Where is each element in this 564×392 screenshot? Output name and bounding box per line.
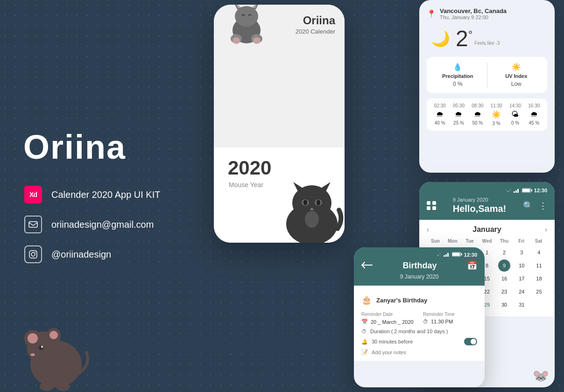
- p4-date-icon: 📅: [361, 319, 368, 325]
- cal-cell[interactable]: 18: [533, 273, 545, 285]
- uv-label: UV Index: [505, 73, 527, 79]
- svg-point-14: [40, 382, 54, 391]
- svg-rect-38: [517, 189, 519, 193]
- svg-point-12: [30, 353, 35, 356]
- p4-date-value: 20 _ March _ 2020: [371, 319, 414, 325]
- cal-next-button[interactable]: ›: [545, 226, 547, 233]
- svg-point-15: [56, 382, 70, 391]
- cal-cell[interactable]: 3: [515, 246, 528, 259]
- calendar-title-block: Oriina 2020 Calender: [296, 14, 335, 35]
- p4-back-button[interactable]: [361, 261, 373, 271]
- cal-cell[interactable]: 30: [498, 299, 510, 311]
- wifi-icon: [504, 188, 512, 193]
- cal-prev-button[interactable]: ‹: [427, 226, 429, 233]
- p3-header-center: 9 January 2020 Hello,Sama!: [453, 197, 506, 214]
- p4-status-time: 12:30: [464, 252, 477, 258]
- svg-point-7: [28, 333, 38, 343]
- cal-cell[interactable]: 11: [533, 259, 545, 272]
- hourly-forecast: 02:30 🌧 40 % 05:30 🌧 25 % 08:30 🌧 50 % 1…: [427, 98, 547, 131]
- svg-rect-36: [514, 191, 515, 193]
- hour-time-4: 14:30: [509, 103, 521, 108]
- svg-rect-44: [447, 253, 449, 257]
- svg-point-9: [49, 331, 58, 339]
- hour-icon-3: ☀️: [492, 110, 501, 119]
- weather-date-text: Thu, January 9 22:00: [440, 14, 507, 20]
- p4-time-value: 11.30 PM: [431, 319, 453, 324]
- p4-calendar-icon[interactable]: 📅: [467, 260, 477, 271]
- cal-cell[interactable]: 10: [515, 259, 528, 272]
- temp-display-block: 2°: [456, 26, 472, 51]
- svg-point-35: [305, 211, 319, 228]
- uv-value: Low: [511, 81, 522, 87]
- hour-time-1: 05:30: [453, 103, 465, 108]
- hour-item-4: 14:30 🌤 0 %: [509, 103, 521, 126]
- hour-item-3: 11:30 ☀️ 3 %: [491, 103, 502, 126]
- uv-stat: ☀️ UV Index Low: [491, 63, 542, 87]
- cal-cell[interactable]: 9: [498, 259, 510, 272]
- svg-point-11: [41, 346, 43, 348]
- precipitation-label: Precipitation: [442, 73, 473, 79]
- cal-cell[interactable]: 24: [515, 286, 528, 298]
- weather-location-row: 📍 Vancouver, Bc, Canada Thu, January 9 2…: [427, 7, 547, 20]
- p3-nav-row: 9 January 2020 Hello,Sama! 🔍 ⋮: [427, 197, 547, 214]
- hour-icon-2: 🌧: [474, 110, 481, 119]
- cal-cell[interactable]: 23: [498, 286, 510, 298]
- p4-notes-row: 📝 Add your notes: [361, 349, 477, 355]
- mouse-decoration: [19, 317, 93, 392]
- cal-cell[interactable]: 16: [498, 273, 510, 285]
- p4-cake-icon: 🎂: [361, 295, 372, 305]
- cal-cell: [533, 299, 545, 311]
- day-sat: Sat: [530, 238, 547, 244]
- mail-icon: [24, 216, 42, 233]
- signal-icon: [514, 188, 520, 193]
- svg-rect-1: [29, 251, 37, 258]
- grid-dot-4: [432, 206, 436, 210]
- p4-reminder-text: 30 minutes before: [372, 339, 413, 344]
- p4-date-field-label: Reminder Date: [361, 312, 416, 317]
- p4-battery-icon: [452, 252, 462, 257]
- hour-item-5: 16:30 🌧 45 %: [528, 103, 540, 126]
- weather-temp-row: 🌙 2° Feels like -3: [427, 26, 547, 51]
- cal-days-header: Sun Mon Tue Wed Thu Fri Sat: [427, 238, 547, 244]
- svg-point-31: [303, 200, 307, 205]
- p4-reminder-fields: Reminder Date 📅 20 _ March _ 2020 Remind…: [361, 312, 477, 325]
- weather-divider: [487, 63, 487, 87]
- hour-icon-5: 🌧: [530, 110, 538, 119]
- hour-icon-0: 🌧: [436, 110, 444, 119]
- calendar-phone-header: 12:30 9 January 2020 Hello,Sama! 🔍 ⋮: [419, 182, 555, 220]
- cal-cell[interactable]: 31: [515, 299, 528, 311]
- p4-status-bar: 12:30: [361, 252, 477, 258]
- cal-cell[interactable]: 17: [515, 273, 528, 285]
- cal-cell[interactable]: 2: [498, 246, 510, 259]
- p4-event-name: Zanyar's Birthday: [376, 297, 427, 304]
- svg-rect-47: [452, 253, 460, 256]
- instagram-icon: [24, 245, 42, 263]
- grid-dot-2: [432, 201, 436, 205]
- p4-signal-icon: [444, 252, 450, 257]
- grid-dot-3: [427, 206, 430, 210]
- more-options-button[interactable]: ⋮: [539, 201, 547, 211]
- xd-icon: Xd: [24, 186, 42, 203]
- p4-date-field-value: 📅 20 _ March _ 2020: [361, 319, 416, 325]
- p4-time-field-label: Reminder Time: [423, 312, 477, 317]
- cat-top-illustration: [219, 5, 270, 49]
- weather-phone: 📍 Vancouver, Bc, Canada Thu, January 9 2…: [419, 0, 555, 173]
- day-mon: Mon: [444, 238, 461, 244]
- hour-item-2: 08:30 🌧 50 %: [472, 103, 483, 126]
- p4-toggle-switch[interactable]: [464, 338, 477, 345]
- hour-percent-1: 25 %: [453, 120, 464, 126]
- mail-icon-container: [23, 215, 43, 234]
- apps-grid-icon[interactable]: [427, 201, 436, 210]
- hour-percent-5: 45 %: [529, 120, 539, 126]
- search-button[interactable]: 🔍: [523, 201, 533, 211]
- cal-month-title: January: [472, 225, 501, 234]
- hour-icon-4: 🌤: [511, 110, 519, 119]
- info-list: Xd Calender 2020 App UI KIT oriinadesign…: [23, 185, 201, 264]
- p3-status-time: 12:30: [534, 188, 547, 193]
- cal-cell[interactable]: 25: [533, 286, 545, 298]
- hour-time-5: 16:30: [528, 103, 540, 108]
- calendar-app-subtitle: 2020 Calender: [296, 28, 335, 35]
- moon-icon: 🌙: [431, 30, 450, 48]
- hour-item-0: 02:30 🌧 40 %: [434, 103, 446, 126]
- cal-cell[interactable]: 4: [533, 246, 545, 259]
